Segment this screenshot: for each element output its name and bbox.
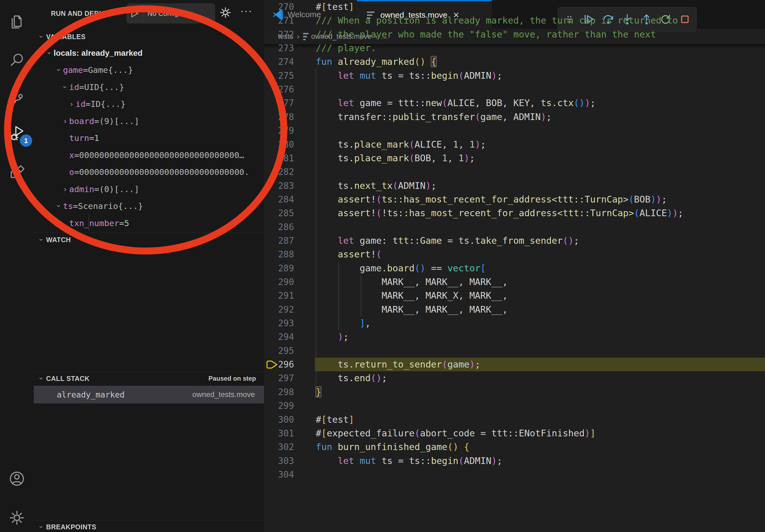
code-line[interactable]: 270#[test] <box>264 0 765 14</box>
line-number: 286 <box>264 220 294 234</box>
chevron-down-icon: › <box>185 12 193 15</box>
code-line[interactable]: 303 let mut ts = ts::begin(ADMIN); <box>264 454 765 468</box>
code-text: let mut ts = ts::begin(ADMIN); <box>316 69 502 83</box>
code-line[interactable]: 302fun burn_unfinished_game() { <box>264 440 765 454</box>
code-line[interactable]: 298} <box>264 385 765 399</box>
activity-bar-item-settings[interactable] <box>0 503 34 532</box>
line-number: 273 <box>264 41 294 55</box>
variable-row-o[interactable]: o = 000000000000000000000000000000000. <box>34 164 264 180</box>
section-divider <box>34 372 264 372</box>
line-number: 292 <box>264 303 294 316</box>
variable-row-x[interactable]: x = 00000000000000000000000000000000… <box>34 146 264 163</box>
activity-bar-item-explorer[interactable] <box>0 8 34 37</box>
code-text: ], <box>316 316 371 330</box>
code-text: ts.place_mark(ALICE, 1, 1); <box>316 138 486 151</box>
variables-section-header[interactable]: › VARIABLES <box>34 31 264 42</box>
activity-bar-item-source-control[interactable] <box>0 83 34 112</box>
debug-settings-gear-button[interactable] <box>219 6 232 20</box>
chevron-down-icon: › <box>38 239 45 241</box>
activity-bar-item-account[interactable] <box>0 464 34 493</box>
code-line[interactable]: 286 <box>264 220 765 234</box>
code-line[interactable]: 271/// When a position is already marked… <box>264 14 765 27</box>
activity-bar-item-extensions[interactable] <box>0 157 34 187</box>
line-number: 280 <box>264 138 294 151</box>
configuration-label: No Configur <box>143 9 185 18</box>
code-line[interactable]: 285 assert!(!ts::has_most_recent_for_add… <box>264 206 765 220</box>
play-icon <box>131 9 139 18</box>
watch-section-header[interactable]: › WATCH <box>34 234 264 245</box>
code-line[interactable]: 297 ts.end(); <box>264 371 765 385</box>
chevron-down-icon: › <box>38 378 45 380</box>
chevron-down-icon: › <box>46 49 53 57</box>
code-line[interactable]: 276 <box>264 83 765 96</box>
code-text: game.board() == vector[ <box>316 261 486 275</box>
variable-row-turn[interactable]: turn = 1 <box>34 130 264 146</box>
code-line[interactable]: 281 ts.place_mark(BOB, 1, 1); <box>264 151 765 165</box>
code-text: fun burn_unfinished_game() { <box>316 440 469 454</box>
code-line[interactable]: 301#[expected_failure(abort_code = ttt::… <box>264 426 765 440</box>
code-line[interactable]: 280 ts.place_mark(ALICE, 1, 1); <box>264 138 765 151</box>
code-text: ); <box>316 330 349 344</box>
line-number: 300 <box>264 413 294 426</box>
code-line[interactable]: 275 let mut ts = ts::begin(ADMIN); <box>264 69 765 83</box>
line-number: 302 <box>264 440 294 454</box>
code-line[interactable]: 292 MARK__, MARK__, MARK__, <box>264 303 765 316</box>
gear-icon <box>219 6 232 19</box>
variable-name: o <box>69 167 74 177</box>
code-text: assert!( <box>316 247 382 261</box>
variable-row-game[interactable]: ›game = Game{...} <box>34 62 264 79</box>
section-divider <box>34 232 264 233</box>
code-line[interactable]: 296 ts.return_to_sender(game); <box>264 358 765 371</box>
call-stack-section-header[interactable]: › CALL STACK Paused on step <box>34 373 264 384</box>
stack-frame-file: owned_tests.move <box>193 390 255 399</box>
code-line[interactable]: 299 <box>264 399 765 412</box>
start-debugging-button[interactable] <box>127 4 143 23</box>
variable-row-id[interactable]: ›id = UID{...} <box>34 79 264 95</box>
line-number: 298 <box>264 385 294 399</box>
equals-sign: = <box>83 65 88 75</box>
code-line[interactable]: 291 MARK__, MARK_X, MARK__, <box>264 289 765 302</box>
code-text: fun already_marked() { <box>316 55 436 69</box>
variable-row-ts[interactable]: ›ts = Scenario{...} <box>34 198 264 215</box>
breakpoints-section-header[interactable]: › BREAKPOINTS <box>34 521 264 532</box>
equals-sign: = <box>79 82 84 92</box>
code-line[interactable]: 274fun already_marked() { <box>264 55 765 69</box>
code-line[interactable]: 293 ], <box>264 316 765 330</box>
line-number: 285 <box>264 206 294 220</box>
variable-row-id[interactable]: ›id = ID{...} <box>34 96 264 113</box>
chevron-down-icon: › <box>38 36 45 38</box>
activity-bar-item-run-and-debug[interactable]: 1 <box>0 118 34 147</box>
variable-value: 1 <box>94 133 99 143</box>
code-line[interactable]: 272/// the player who made the "false" m… <box>264 28 765 41</box>
call-stack-frame-row[interactable]: already_marked owned_tests.move <box>34 386 264 403</box>
variable-row-admin[interactable]: ›admin = (0)[...] <box>34 180 264 197</box>
code-line[interactable]: 294 ); <box>264 330 765 344</box>
code-line[interactable]: 290 MARK__, MARK__, MARK__, <box>264 275 765 289</box>
activity-bar-item-search[interactable] <box>0 45 34 75</box>
code-line[interactable]: 277 let game = ttt::new(ALICE, BOB, KEY,… <box>264 96 765 110</box>
code-line[interactable]: 295 <box>264 344 765 358</box>
code-line[interactable]: 278 transfer::public_transfer(game, ADMI… <box>264 110 765 124</box>
variables-scope-row[interactable]: ›locals: already_marked <box>34 45 264 61</box>
code-line[interactable]: 282 <box>264 165 765 179</box>
line-number: 275 <box>264 69 294 83</box>
code-line[interactable]: 300#[test] <box>264 413 765 426</box>
code-line[interactable]: 279 <box>264 124 765 137</box>
code-line[interactable]: 287 let game: ttt::Game = ts.take_from_s… <box>264 234 765 247</box>
code-line[interactable]: 289 game.board() == vector[ <box>264 261 765 275</box>
paused-status-badge: Paused on step <box>209 375 256 382</box>
variable-name: admin <box>69 184 94 194</box>
code-line[interactable]: 304 <box>264 468 765 481</box>
code-editor[interactable]: 270#[test]271/// When a position is alre… <box>264 44 765 525</box>
variable-row-board[interactable]: ›board = (9)[...] <box>34 113 264 130</box>
launch-configuration-dropdown[interactable]: No Configur › <box>127 3 215 23</box>
code-line[interactable]: 273/// player. <box>264 41 765 55</box>
code-line[interactable]: 283 ts.next_tx(ADMIN); <box>264 179 765 193</box>
more-actions-button[interactable]: ··· <box>240 5 253 17</box>
chevron-right-icon: › <box>68 101 76 108</box>
code-line[interactable]: 288 assert!( <box>264 247 765 261</box>
code-line[interactable]: 284 assert!(ts::has_most_recent_for_addr… <box>264 193 765 206</box>
variable-value: Game{...} <box>88 65 133 75</box>
stack-frame-name: already_marked <box>57 390 125 399</box>
variable-row-txn_number[interactable]: txn_number = 5 <box>34 215 264 231</box>
